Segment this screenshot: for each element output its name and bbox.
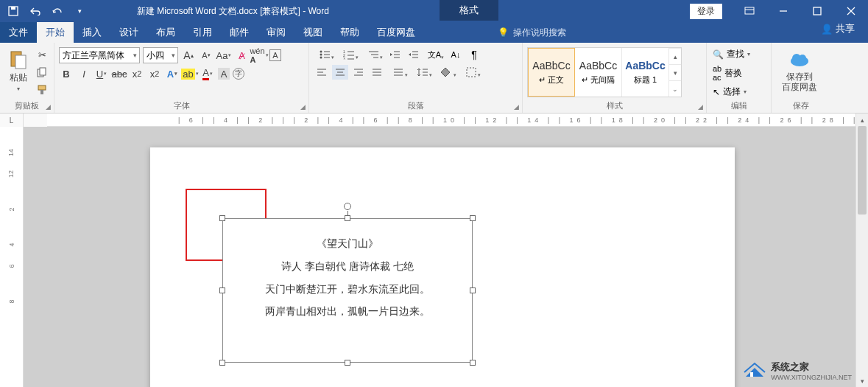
close-icon[interactable] (834, 0, 868, 22)
document-page[interactable]: 《望天门山》 诗人 李白朝代 唐诗体裁 七绝 天门中断楚江开，碧水东流至此回。 … (150, 147, 735, 387)
select-button[interactable]: ↖选择▾ (711, 85, 752, 99)
shrink-font-icon[interactable]: A▾ (199, 48, 214, 63)
paragraph-dialog-launcher[interactable]: ◢ (512, 102, 521, 111)
clear-format-icon[interactable]: A̷ (234, 48, 249, 63)
tab-references[interactable]: 引用 (184, 22, 221, 43)
paste-button[interactable]: 粘贴 ▾ (4, 44, 32, 97)
tab-view[interactable]: 视图 (294, 22, 331, 43)
increase-indent-icon[interactable] (405, 47, 421, 62)
borders-icon[interactable] (460, 65, 482, 80)
poem-author: 诗人 李白朝代 唐诗体裁 七绝 (233, 255, 462, 278)
style-name: 标题 1 (634, 74, 657, 86)
numbering-icon[interactable]: 123 (338, 47, 360, 62)
ruler-vertical[interactable]: 14122468 (0, 127, 24, 387)
styles-dialog-launcher[interactable]: ◢ (696, 102, 705, 111)
scroll-down-icon[interactable]: ▾ (856, 374, 868, 387)
multilevel-list-icon[interactable] (362, 47, 384, 62)
italic-icon[interactable]: I (77, 66, 91, 81)
superscript-icon[interactable]: x2 (147, 66, 162, 81)
style-nospacing[interactable]: AaBbCc ↵ 无间隔 (575, 48, 622, 97)
tab-design[interactable]: 设计 (110, 22, 147, 43)
style-heading1[interactable]: AaBbCc 标题 1 (622, 48, 669, 97)
shading-icon[interactable] (436, 65, 458, 80)
tab-selector[interactable]: L (0, 114, 24, 127)
format-painter-icon[interactable] (35, 83, 49, 97)
bold-icon[interactable]: B (59, 66, 74, 81)
align-center-icon[interactable] (332, 65, 348, 80)
resize-handle-bm[interactable] (345, 360, 350, 366)
show-marks-icon[interactable]: ¶ (466, 47, 482, 62)
grow-font-icon[interactable]: A▴ (181, 48, 196, 63)
group-save: 保存到 百度网盘 保存 (772, 43, 830, 113)
font-size-combo[interactable]: 小四 (143, 47, 178, 63)
page-area[interactable]: 《望天门山》 诗人 李白朝代 唐诗体裁 七绝 天门中断楚江开，碧水东流至此回。 … (24, 127, 868, 387)
align-justify-icon[interactable] (369, 65, 385, 80)
tell-me-search[interactable]: 💡 操作说明搜索 (498, 22, 566, 43)
change-case-icon[interactable]: Aa (216, 48, 231, 63)
align-right-icon[interactable] (350, 65, 367, 80)
font-dialog-launcher[interactable]: ◢ (298, 102, 307, 111)
rotate-handle[interactable] (344, 203, 351, 210)
ruler-horizontal[interactable]: | 6 | | 4 | | 2 | | | 2 | | 4 | | 6 | | … (47, 114, 868, 127)
tab-baidu[interactable]: 百度网盘 (368, 22, 424, 43)
maximize-icon[interactable] (800, 0, 834, 22)
align-left-icon[interactable] (314, 65, 330, 80)
clipboard-dialog-launcher[interactable]: ◢ (43, 102, 52, 111)
highlight-icon[interactable]: ab (183, 66, 197, 81)
minimize-icon[interactable] (766, 0, 800, 22)
tab-format[interactable]: 格式 (440, 0, 498, 21)
bullets-icon[interactable] (314, 47, 336, 62)
line-spacing-icon[interactable] (412, 65, 434, 80)
scrollbar-vertical[interactable]: ▴ ▾ (855, 114, 868, 387)
subscript-icon[interactable]: x2 (130, 66, 144, 81)
enclose-char-icon[interactable]: 字 (233, 68, 244, 80)
group-paragraph: 123 文A A↓ ¶ 段落 ◢ (309, 43, 523, 113)
resize-handle-ml[interactable] (219, 287, 225, 293)
share-button[interactable]: 👤 共享 (821, 22, 855, 35)
tab-insert[interactable]: 插入 (74, 22, 110, 43)
cut-icon[interactable]: ✂ (35, 47, 49, 62)
resize-handle-tr[interactable] (470, 215, 476, 221)
phonetic-guide-icon[interactable]: wénA (252, 48, 267, 63)
text-effects-icon[interactable]: A (165, 66, 180, 81)
resize-handle-bl[interactable] (219, 360, 225, 366)
tab-help[interactable]: 帮助 (331, 22, 368, 43)
tab-review[interactable]: 审阅 (258, 22, 294, 43)
font-color-icon[interactable]: A (200, 66, 215, 81)
text-direction-icon[interactable]: 文A (423, 47, 445, 62)
char-shading-icon[interactable]: A (218, 68, 230, 80)
window-title: 新建 Microsoft Word 文档.docx [兼容模式] - Word (93, 5, 690, 18)
decrease-indent-icon[interactable] (387, 47, 403, 62)
sort-icon[interactable]: A↓ (448, 47, 464, 62)
tab-file[interactable]: 文件 (0, 22, 37, 43)
style-normal[interactable]: AaBbCc ↵ 正文 (528, 48, 575, 97)
copy-icon[interactable] (35, 65, 49, 80)
save-baidu-button[interactable]: 保存到 百度网盘 (776, 44, 823, 97)
undo-icon[interactable] (29, 5, 41, 17)
save-icon[interactable] (7, 5, 19, 17)
tab-home[interactable]: 开始 (37, 22, 74, 43)
resize-handle-tl[interactable] (219, 215, 225, 221)
underline-icon[interactable]: U (94, 66, 109, 81)
ribbon-display-icon[interactable] (733, 0, 766, 22)
qat-more-icon[interactable]: ▾ (74, 5, 85, 17)
font-name-combo[interactable]: 方正兰亭黑简体 (59, 47, 140, 63)
tab-mailings[interactable]: 邮件 (221, 22, 258, 43)
find-button[interactable]: 🔍查找▾ (711, 47, 752, 61)
styles-more[interactable]: ▴▾⌄ (669, 48, 681, 97)
char-border-icon[interactable]: A (269, 49, 281, 61)
resize-handle-mr[interactable] (470, 287, 476, 293)
replace-button[interactable]: abac替换 (711, 63, 752, 83)
resize-handle-tm[interactable] (345, 215, 350, 221)
redo-icon[interactable] (52, 5, 63, 17)
login-button[interactable]: 登录 (690, 4, 722, 19)
scroll-up-icon[interactable]: ▴ (856, 114, 868, 126)
scroll-thumb[interactable] (858, 126, 867, 215)
text-box[interactable]: 《望天门山》 诗人 李白朝代 唐诗体裁 七绝 天门中断楚江开，碧水东流至此回。 … (222, 218, 473, 363)
align-distribute-icon[interactable] (387, 65, 409, 80)
styles-gallery[interactable]: AaBbCc ↵ 正文 AaBbCc ↵ 无间隔 AaBbCc 标题 1 ▴▾⌄ (527, 47, 682, 97)
text-box-content[interactable]: 《望天门山》 诗人 李白朝代 唐诗体裁 七绝 天门中断楚江开，碧水东流至此回。 … (223, 219, 472, 336)
resize-handle-br[interactable] (470, 360, 476, 366)
strikethrough-icon[interactable]: abc (112, 66, 127, 81)
tab-layout[interactable]: 布局 (147, 22, 184, 43)
